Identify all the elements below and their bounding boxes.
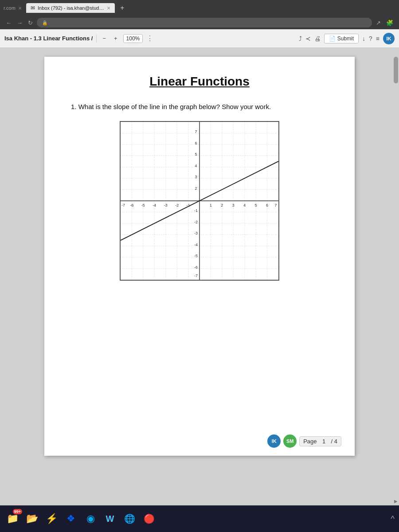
svg-text:5: 5 bbox=[195, 152, 197, 156]
forward-button[interactable]: → bbox=[16, 20, 24, 26]
download-toolbar-icon[interactable]: ↓ bbox=[362, 35, 365, 42]
svg-text:1: 1 bbox=[210, 203, 212, 207]
svg-text:-5: -5 bbox=[194, 254, 198, 258]
lightning-taskbar-icon[interactable]: ⚡ bbox=[43, 511, 59, 527]
total-pages: / 4 bbox=[331, 438, 337, 445]
share-doc-icon[interactable]: ⤴ bbox=[299, 35, 302, 42]
scrollbar-thumb[interactable] bbox=[394, 57, 398, 83]
browser-tab-bar: r.com ✕ ✉ Inbox (792) - isa.khan@student… bbox=[0, 0, 399, 16]
doc-toolbar: Isa Khan - 1.3 Linear Functions / − + 10… bbox=[0, 29, 399, 48]
taskbar: 📁 99+ 📂 ⚡ ❖ ◉ W 🌐 🔴 ^ bbox=[0, 505, 399, 532]
svg-text:-1: -1 bbox=[194, 208, 198, 213]
submit-doc-icon: 📄 bbox=[329, 35, 336, 42]
tab-inactive[interactable]: r.com ✕ bbox=[4, 5, 22, 11]
svg-text:3: 3 bbox=[195, 175, 197, 179]
page-indicator: Page / 4 bbox=[299, 436, 341, 446]
graph-svg: 1 2 3 4 5 6 7 -1 -2 -3 -4 -5 -6 -7 2 bbox=[121, 122, 278, 280]
svg-text:-2: -2 bbox=[175, 203, 179, 207]
edge-taskbar-icon[interactable]: ◉ bbox=[82, 511, 98, 527]
taskbar-chevron[interactable]: ^ bbox=[391, 514, 395, 524]
svg-text:-3: -3 bbox=[164, 203, 168, 207]
folder-taskbar-icon[interactable]: 📁 99+ bbox=[4, 511, 20, 527]
bottom-bar: IK SM Page / 4 bbox=[267, 434, 341, 448]
chrome2-taskbar-icon[interactable]: 🔴 bbox=[141, 511, 157, 527]
new-tab-button[interactable]: + bbox=[117, 4, 127, 12]
toolbar-right-icons: ⤴ ≺ 🖨 📄 Submit ↓ ? ≡ IK bbox=[299, 33, 395, 44]
svg-text:6: 6 bbox=[195, 141, 197, 145]
address-input[interactable]: 🔒 bbox=[37, 18, 372, 27]
svg-text:4: 4 bbox=[195, 163, 197, 168]
chrome-taskbar-icon[interactable]: 🌐 bbox=[121, 511, 137, 527]
submit-button[interactable]: 📄 Submit bbox=[324, 34, 359, 43]
tab-close-icon[interactable]: ✕ bbox=[18, 6, 22, 11]
svg-text:-6: -6 bbox=[194, 265, 198, 269]
page-title: Linear Functions bbox=[71, 74, 328, 89]
svg-text:7: 7 bbox=[275, 203, 277, 207]
extension-icon[interactable]: 🧩 bbox=[385, 20, 395, 26]
svg-text:-7: -7 bbox=[194, 274, 198, 278]
files-taskbar-icon[interactable]: 📂 bbox=[24, 511, 40, 527]
doc-title: Isa Khan - 1.3 Linear Functions / bbox=[4, 35, 93, 42]
lock-icon: 🔒 bbox=[42, 20, 47, 25]
svg-text:2: 2 bbox=[221, 203, 223, 207]
svg-text:-4: -4 bbox=[153, 203, 156, 207]
svg-text:-3: -3 bbox=[194, 231, 198, 235]
ik-avatar[interactable]: IK bbox=[267, 434, 281, 448]
page-number-input[interactable] bbox=[319, 438, 329, 445]
dropbox-taskbar-icon[interactable]: ❖ bbox=[63, 511, 79, 527]
back-button[interactable]: ← bbox=[4, 20, 13, 26]
svg-text:7: 7 bbox=[195, 129, 197, 134]
svg-text:2: 2 bbox=[195, 186, 197, 190]
coordinate-graph: 1 2 3 4 5 6 7 -1 -2 -3 -4 -5 -6 -7 2 bbox=[120, 121, 279, 281]
sm-avatar[interactable]: SM bbox=[283, 434, 297, 448]
print-icon[interactable]: 🖨 bbox=[314, 35, 321, 42]
reload-button[interactable]: ↻ bbox=[27, 20, 34, 26]
svg-text:-5: -5 bbox=[141, 203, 145, 207]
tab-active[interactable]: ✉ Inbox (792) - isa.khan@student.l ✕ bbox=[26, 3, 115, 13]
colon-separator: ⋮ bbox=[146, 34, 153, 43]
document-page: Linear Functions 1. What is the slope of… bbox=[44, 57, 355, 456]
svg-text:5: 5 bbox=[255, 203, 257, 207]
word-taskbar-icon[interactable]: W bbox=[102, 511, 118, 527]
svg-text:3: 3 bbox=[232, 203, 235, 207]
tab-close-active-icon[interactable]: ✕ bbox=[107, 6, 110, 11]
zoom-level[interactable]: 100% bbox=[123, 34, 143, 43]
svg-text:-4: -4 bbox=[194, 242, 198, 246]
folder-badge: 99+ bbox=[13, 509, 22, 514]
toolbar-separator bbox=[96, 34, 97, 43]
scrollbar[interactable]: ▶ bbox=[393, 48, 399, 505]
user-avatar[interactable]: IK bbox=[383, 33, 395, 44]
help-icon[interactable]: ? bbox=[369, 35, 372, 42]
zoom-in-button[interactable]: + bbox=[112, 34, 120, 43]
page-label: Page bbox=[303, 438, 317, 445]
svg-text:4: 4 bbox=[243, 203, 246, 207]
address-bar-row: ← → ↻ 🔒 ↗ 🧩 bbox=[0, 16, 399, 29]
svg-text:-7: -7 bbox=[121, 203, 125, 207]
question-1-text: 1. What is the slope of the line in the … bbox=[71, 102, 328, 112]
main-content-area: Linear Functions 1. What is the slope of… bbox=[0, 48, 399, 505]
share-icon[interactable]: ↗ bbox=[375, 20, 382, 26]
svg-text:-6: -6 bbox=[130, 203, 133, 207]
svg-text:-2: -2 bbox=[194, 219, 198, 224]
compare-icon[interactable]: ≺ bbox=[305, 35, 311, 42]
graph-container: 1 2 3 4 5 6 7 -1 -2 -3 -4 -5 -6 -7 2 bbox=[71, 121, 328, 281]
svg-text:6: 6 bbox=[266, 203, 268, 207]
menu-icon[interactable]: ≡ bbox=[376, 35, 379, 42]
zoom-out-button[interactable]: − bbox=[100, 34, 108, 43]
scroll-down-arrow[interactable]: ▶ bbox=[394, 499, 398, 504]
